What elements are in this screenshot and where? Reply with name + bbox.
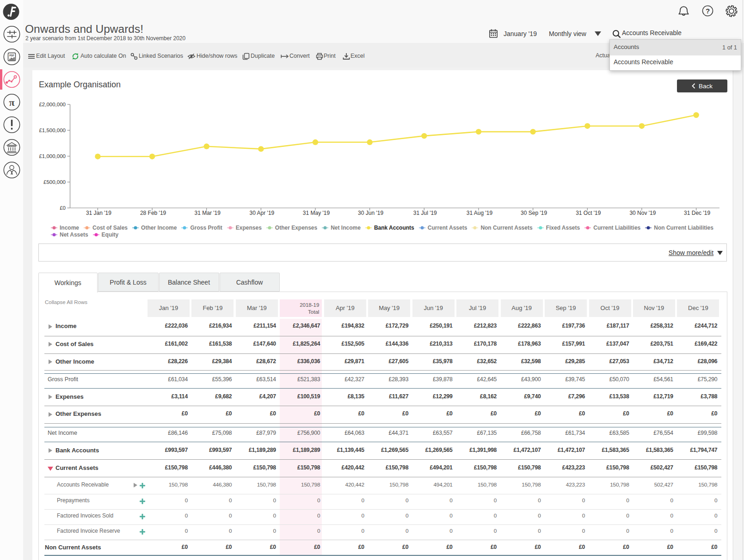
svg-text:31 Jul '19: 31 Jul '19 [413, 210, 437, 216]
svg-text:?: ? [706, 7, 710, 15]
svg-text:31 Aug '19: 31 Aug '19 [467, 210, 493, 216]
svg-text:π: π [9, 97, 14, 108]
svg-text:31 Mar '19: 31 Mar '19 [195, 210, 221, 216]
svg-text:PDF: PDF [9, 54, 14, 57]
svg-text:£0: £0 [60, 205, 66, 211]
svg-text:31 May '19: 31 May '19 [303, 210, 330, 216]
svg-text:30 Apr '19: 30 Apr '19 [250, 210, 275, 216]
svg-text:30 Nov '19: 30 Nov '19 [629, 210, 656, 216]
svg-text:£1,500,000: £1,500,000 [39, 128, 66, 133]
svg-text:£1,000,000: £1,000,000 [39, 153, 66, 159]
svg-text:31 Jan '19: 31 Jan '19 [86, 210, 111, 216]
svg-text:£500,000: £500,000 [43, 179, 66, 185]
svg-text:£2,000,000: £2,000,000 [39, 102, 66, 107]
svg-text:31 Oct '19: 31 Oct '19 [576, 210, 601, 216]
svg-text:30 Jun '19: 30 Jun '19 [358, 210, 383, 216]
svg-text:30 Sep '19: 30 Sep '19 [521, 210, 547, 216]
svg-text:31 Dec '19: 31 Dec '19 [684, 210, 710, 216]
svg-text:28 Feb '19: 28 Feb '19 [140, 210, 166, 216]
